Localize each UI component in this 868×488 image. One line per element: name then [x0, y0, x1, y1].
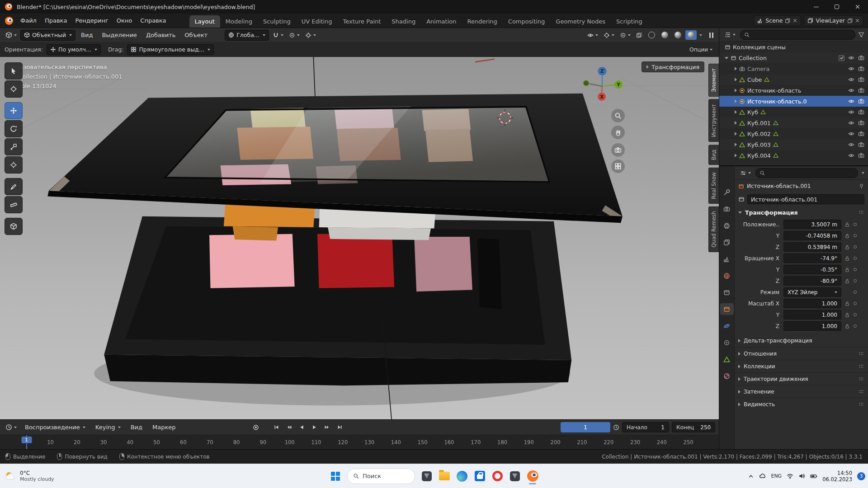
sidebar-tab-tool[interactable]: Инструмент — [708, 99, 719, 142]
tab-scripting[interactable]: Scripting — [611, 15, 648, 28]
hide-eye-icon[interactable] — [848, 76, 854, 83]
sidebar-tab-view[interactable]: Вид — [708, 145, 719, 165]
hidden-icons-caret[interactable] — [748, 473, 754, 479]
task-view-button[interactable] — [421, 470, 433, 482]
render-visibility-icon[interactable] — [858, 131, 864, 137]
outliner-row-kub-004[interactable]: Куб.004 — [719, 150, 868, 161]
tab-sculpting[interactable]: Sculpting — [258, 15, 296, 28]
sidebar-tab-real-snow[interactable]: Real Snow — [708, 167, 719, 204]
tab-shading[interactable]: Shading — [386, 15, 421, 28]
tab-compositing[interactable]: Compositing — [503, 15, 551, 28]
motion-paths-panel[interactable]: Траектории движения — [735, 372, 868, 385]
sidebar-tab-item[interactable]: Элемент — [708, 63, 719, 97]
rotation-z-field[interactable]: -80.9° — [783, 276, 841, 286]
rotation-x-field[interactable]: -74.9° — [783, 253, 841, 263]
scale-y-field[interactable]: 1.000 — [783, 310, 841, 319]
hide-eye-icon[interactable] — [848, 87, 854, 94]
editor-type-selector[interactable] — [4, 31, 19, 39]
menu-edit[interactable]: Правка — [41, 14, 71, 28]
hide-eye-icon[interactable] — [848, 131, 854, 137]
panel-grip-icon[interactable] — [858, 389, 864, 395]
outliner-row-kub-002[interactable]: Куб.002 — [719, 128, 868, 139]
menu-view[interactable]: Вид — [77, 28, 96, 42]
object-browse-icon[interactable] — [738, 196, 745, 202]
outliner-editor-selector[interactable] — [723, 31, 737, 39]
filter-icon[interactable] — [858, 32, 864, 38]
transform-panel-header[interactable]: Трансформация — [642, 61, 704, 72]
new-scene-icon[interactable] — [785, 18, 790, 23]
play-button[interactable] — [309, 422, 321, 432]
unlink-scene-icon[interactable] — [793, 18, 797, 23]
transform-tool[interactable] — [5, 156, 23, 174]
pivot-point-dropdown[interactable] — [287, 31, 302, 39]
location-y-field[interactable]: -0.74058 m — [783, 231, 841, 240]
lock-icon[interactable] — [843, 324, 851, 329]
animate-dot[interactable] — [854, 234, 857, 237]
navigation-gizmo[interactable]: Z Y X — [582, 65, 623, 106]
overlays-dropdown[interactable] — [618, 31, 632, 39]
minimize-button[interactable] — [806, 0, 826, 14]
taskbar-search-input[interactable]: Поиск — [347, 469, 415, 484]
animate-dot[interactable] — [854, 257, 857, 260]
lock-icon[interactable] — [843, 278, 851, 284]
gizmos-dropdown[interactable] — [602, 31, 616, 39]
proportional-editing-dropdown[interactable] — [303, 31, 318, 39]
playhead-label[interactable]: 1 — [21, 436, 32, 443]
lock-icon[interactable] — [843, 244, 851, 250]
rotation-y-field[interactable]: -0.35° — [783, 265, 841, 274]
tab-uv-editing[interactable]: UV Editing — [296, 15, 338, 28]
render-visibility-icon[interactable] — [858, 152, 864, 159]
panel-grip-icon[interactable] — [858, 401, 864, 408]
transform-orientation-dropdown[interactable]: Глоба... — [225, 30, 269, 41]
tab-material[interactable] — [720, 370, 734, 382]
tab-animation[interactable]: Animation — [421, 15, 462, 28]
animate-dot[interactable] — [854, 302, 857, 305]
shading-panel[interactable]: Затенение — [735, 385, 868, 398]
scale-tool[interactable] — [5, 138, 23, 155]
expand-icon[interactable] — [735, 78, 737, 81]
tab-object[interactable] — [720, 303, 734, 315]
render-visibility-icon[interactable] — [858, 98, 864, 104]
add-cube-tool[interactable] — [5, 218, 23, 235]
menu-render[interactable]: Рендеринг — [71, 14, 112, 28]
wifi-icon[interactable] — [787, 473, 793, 479]
animate-dot[interactable] — [854, 313, 857, 316]
visibility-panel[interactable]: Видимость — [735, 398, 868, 410]
panel-grip-icon[interactable] — [858, 351, 864, 357]
store-button[interactable] — [474, 470, 486, 482]
expand-icon[interactable] — [735, 89, 737, 92]
pin-icon[interactable] — [859, 183, 864, 189]
properties-editor-selector[interactable] — [738, 169, 753, 177]
outliner-row-light-2-selected[interactable]: Источник-область.0 — [719, 96, 868, 107]
tab-view-layer[interactable] — [720, 236, 734, 248]
tab-geometry-nodes[interactable]: Geometry Nodes — [550, 15, 611, 28]
volume-icon[interactable] — [798, 473, 805, 479]
hide-eye-icon[interactable] — [848, 109, 854, 115]
outliner-row-collection[interactable]: Collection — [719, 52, 868, 63]
auto-keying-button[interactable] — [250, 422, 262, 432]
outliner-row-kub-003[interactable]: Куб.003 — [719, 139, 868, 150]
frame-end-field[interactable]: Конец 250 — [672, 422, 715, 432]
transform-panel-title[interactable]: Трансформация — [735, 206, 868, 219]
maximize-button[interactable] — [826, 0, 847, 14]
view-layer-selector[interactable]: ViewLayer — [804, 15, 863, 26]
clock-widget[interactable]: 14:50 06.02.2023 — [822, 470, 852, 483]
drag-dropdown[interactable]: Прямоугольное выд... — [127, 44, 213, 55]
pan-gadget[interactable] — [611, 126, 625, 139]
tab-object-data[interactable] — [720, 353, 734, 365]
sidebar-tab-quad-remesh[interactable]: Quad Remesh — [708, 206, 719, 252]
lock-icon[interactable] — [843, 222, 851, 227]
expand-icon[interactable] — [735, 110, 737, 114]
lock-icon[interactable] — [843, 301, 851, 306]
edge-button[interactable] — [456, 470, 468, 482]
swatch-mauve[interactable] — [414, 237, 472, 291]
new-view-layer-icon[interactable] — [847, 18, 853, 23]
tab-modeling[interactable]: Modeling — [220, 15, 258, 28]
battery-icon[interactable] — [810, 473, 817, 480]
expand-collection-icon[interactable] — [725, 57, 728, 59]
timeline-editor-selector[interactable] — [4, 423, 19, 432]
lock-icon[interactable] — [843, 267, 851, 272]
play-reverse-button[interactable] — [296, 422, 308, 432]
palette-base[interactable] — [104, 216, 571, 386]
camera-view-gadget[interactable] — [611, 143, 625, 157]
